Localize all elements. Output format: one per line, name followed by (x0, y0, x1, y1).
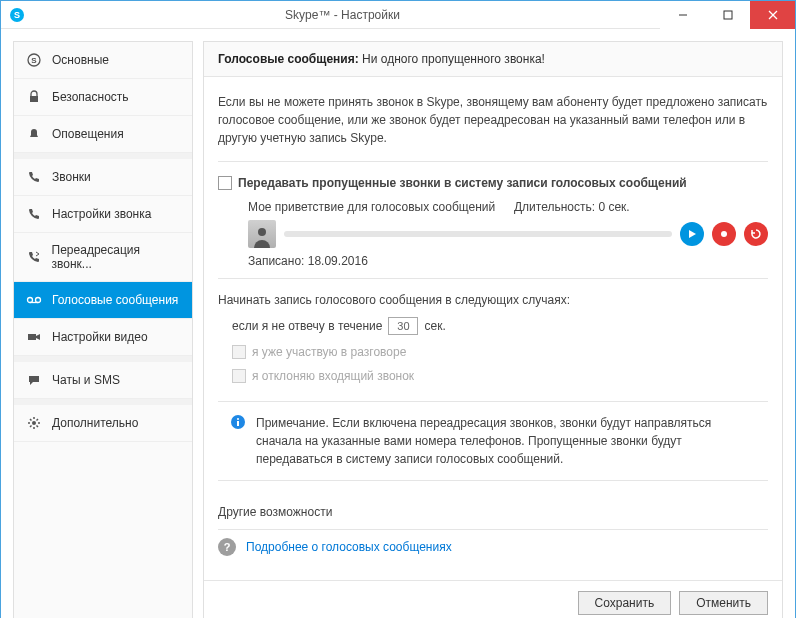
svg-point-23 (721, 231, 727, 237)
header-sub: Ни одного пропущенного звонка! (362, 52, 545, 66)
sidebar-item-notifications[interactable]: Оповещения (14, 116, 192, 153)
sidebar-item-security[interactable]: Безопасность (14, 79, 192, 116)
forward-checkbox[interactable] (218, 176, 232, 190)
minimize-button[interactable] (660, 1, 705, 29)
svg-rect-12 (28, 334, 36, 340)
sidebar-label: Голосовые сообщения (52, 293, 178, 307)
svg-rect-25 (237, 421, 239, 426)
svg-rect-3 (724, 11, 732, 19)
svg-text:S: S (31, 56, 37, 65)
sidebar-label: Основные (52, 53, 109, 67)
sidebar: S Основные Безопасность Оповещения Звонк… (13, 41, 193, 618)
reject-checkbox[interactable] (232, 369, 246, 383)
noanswer-seconds-input[interactable] (388, 317, 418, 335)
svg-point-10 (36, 298, 41, 303)
window-controls (660, 1, 795, 29)
note-text: Примечание. Если включена переадресация … (256, 414, 756, 468)
svg-point-13 (32, 421, 36, 425)
busy-label: я уже участвую в разговоре (252, 345, 406, 359)
sidebar-item-video[interactable]: Настройки видео (14, 319, 192, 356)
avatar (248, 220, 276, 248)
footer: Сохранить Отменить (204, 580, 782, 618)
svg-line-18 (30, 419, 32, 421)
forward-icon (26, 249, 42, 265)
svg-text:S: S (14, 10, 20, 20)
phone-icon (26, 169, 42, 185)
reject-label: я отклоняю входящий звонок (252, 369, 414, 383)
svg-point-9 (28, 298, 33, 303)
sidebar-item-chats[interactable]: Чаты и SMS (14, 362, 192, 399)
gear-icon (26, 415, 42, 431)
save-button[interactable]: Сохранить (578, 591, 672, 615)
note-box: Примечание. Если включена переадресация … (218, 401, 768, 481)
record-button[interactable] (712, 222, 736, 246)
sidebar-label: Оповещения (52, 127, 124, 141)
intro-text: Если вы не можете принять звонок в Skype… (218, 93, 768, 147)
cancel-button[interactable]: Отменить (679, 591, 768, 615)
svg-point-22 (258, 228, 266, 236)
noanswer-suffix: сек. (424, 319, 445, 333)
greeting-label: Мое приветствие для голосовых сообщений (248, 200, 495, 214)
reset-button[interactable] (744, 222, 768, 246)
header-label: Голосовые сообщения: (218, 52, 359, 66)
sidebar-item-calls[interactable]: Звонки (14, 159, 192, 196)
content-header: Голосовые сообщения: Ни одного пропущенн… (204, 42, 782, 77)
sidebar-label: Настройки звонка (52, 207, 151, 221)
play-button[interactable] (680, 222, 704, 246)
sidebar-item-forwarding[interactable]: Переадресация звонк... (14, 233, 192, 282)
sidebar-label: Звонки (52, 170, 91, 184)
sidebar-label: Чаты и SMS (52, 373, 120, 387)
content-pane: Голосовые сообщения: Ни одного пропущенн… (203, 41, 783, 618)
start-record-label: Начинать запись голосового сообщения в с… (218, 293, 768, 307)
voicemail-icon (26, 292, 42, 308)
maximize-button[interactable] (705, 1, 750, 29)
sidebar-item-voicemail[interactable]: Голосовые сообщения (14, 282, 192, 319)
lock-icon (26, 89, 42, 105)
svg-rect-8 (30, 96, 38, 102)
noanswer-prefix: если я не отвечу в течение (232, 319, 382, 333)
sidebar-label: Дополнительно (52, 416, 138, 430)
sidebar-item-general[interactable]: S Основные (14, 42, 192, 79)
duration-label: Длительность: 0 сек. (514, 200, 630, 214)
video-icon (26, 329, 42, 345)
sidebar-label: Безопасность (52, 90, 129, 104)
skype-icon: S (9, 7, 25, 23)
sidebar-item-call-settings[interactable]: Настройки звонка (14, 196, 192, 233)
recorded-label: Записано: 18.09.2016 (248, 254, 768, 268)
forward-label: Передавать пропущенные звонки в систему … (238, 176, 687, 190)
settings-window: S Skype™ - Настройки S Основные Безопасн… (0, 0, 796, 618)
info-icon (230, 414, 246, 430)
titlebar: S Skype™ - Настройки (1, 1, 795, 29)
chat-icon (26, 372, 42, 388)
help-icon: ? (218, 538, 236, 556)
phone-icon (26, 206, 42, 222)
svg-line-19 (37, 426, 39, 428)
other-title: Другие возможности (218, 505, 768, 519)
bell-icon (26, 126, 42, 142)
busy-checkbox[interactable] (232, 345, 246, 359)
close-button[interactable] (750, 1, 795, 29)
sidebar-item-advanced[interactable]: Дополнительно (14, 405, 192, 442)
learn-more-link[interactable]: Подробнее о голосовых сообщениях (246, 540, 452, 554)
sidebar-label: Переадресация звонк... (52, 243, 180, 271)
skype-small-icon: S (26, 52, 42, 68)
playback-track[interactable] (284, 231, 672, 237)
svg-line-20 (30, 426, 32, 428)
svg-line-21 (37, 419, 39, 421)
svg-point-26 (237, 418, 239, 420)
window-title: Skype™ - Настройки (25, 8, 660, 22)
sidebar-label: Настройки видео (52, 330, 148, 344)
